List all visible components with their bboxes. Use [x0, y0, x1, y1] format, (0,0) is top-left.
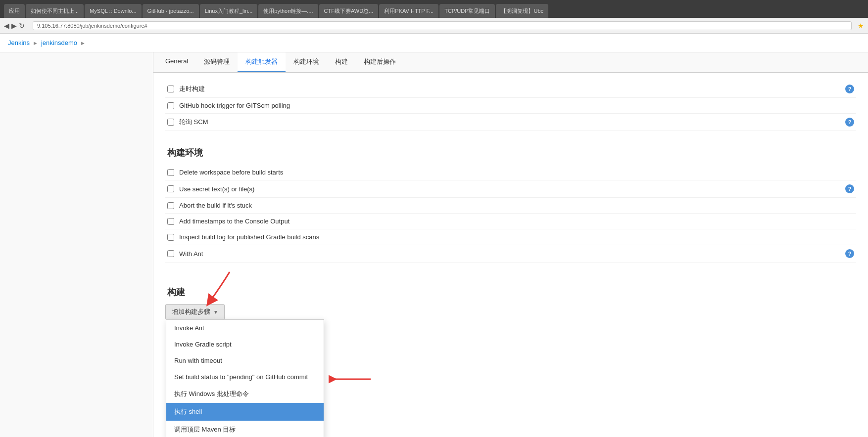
red-arrow-shell: [329, 373, 373, 385]
content-area: General 源码管理 构建触发器 构建环境 构建 构建后操作 走时构建 ? …: [153, 52, 868, 437]
env-help-1[interactable]: ?: [845, 184, 854, 193]
tab-build-env[interactable]: 构建环境: [286, 52, 327, 72]
dropdown-item-1[interactable]: Invoke Gradle script: [166, 336, 324, 352]
sidebar: [0, 52, 153, 437]
browser-tab-1[interactable]: 如何使不同主机上...: [26, 4, 84, 18]
breadcrumb-jenkins[interactable]: Jenkins: [8, 39, 30, 46]
trigger-checkbox-0[interactable]: [167, 86, 174, 92]
browser-tab-4[interactable]: Linux入门教程_lin...: [200, 4, 258, 18]
build-env-title: 构建环境: [165, 147, 856, 159]
breadcrumb-sep2: ►: [80, 40, 86, 46]
dropdown-item-6[interactable]: 调用顶层 Maven 目标: [166, 421, 324, 437]
browser-tab-8[interactable]: TCP/UDP常见端口: [439, 4, 495, 18]
env-label-2: Abort the build if it's stuck: [179, 202, 854, 209]
breadcrumb-jenkinsdemo[interactable]: jenkinsdemo: [41, 39, 77, 46]
dropdown-item-0[interactable]: Invoke Ant: [166, 320, 324, 336]
breadcrumb-sep1: ►: [33, 40, 38, 46]
tab-build-trigger[interactable]: 构建触发器: [238, 52, 286, 72]
trigger-help-2[interactable]: ?: [845, 118, 854, 127]
build-env-section: 构建环境 Delete workspace before build start…: [153, 147, 868, 270]
trigger-checkbox-2[interactable]: [167, 119, 174, 126]
env-checkbox-3[interactable]: [167, 218, 174, 225]
env-checkbox-0[interactable]: [167, 169, 174, 176]
trigger-label-1: GitHub hook trigger for GITScm polling: [179, 102, 854, 109]
env-checkbox-2[interactable]: [167, 202, 174, 209]
trigger-checkbox-1[interactable]: [167, 102, 174, 109]
env-row-1: Use secret text(s) or file(s) ?: [165, 180, 856, 198]
star-icon[interactable]: ★: [858, 22, 864, 30]
tab-post-build[interactable]: 构建后操作: [356, 52, 404, 72]
trigger-row-0: 走时构建 ?: [165, 81, 856, 98]
build-triggers-section: 走时构建 ? GitHub hook trigger for GITScm po…: [153, 73, 868, 139]
add-build-step-button[interactable]: 增加构建步骤 ▼ Invoke Ant Invoke Gradle script…: [165, 304, 225, 320]
env-help-5[interactable]: ?: [845, 249, 854, 258]
env-row-0: Delete workspace before build starts: [165, 165, 856, 180]
env-row-2: Abort the build if it's stuck: [165, 198, 856, 214]
dropdown-item-4[interactable]: 执行 Windows 批处理命令: [166, 385, 324, 403]
browser-tab-9[interactable]: 【溯洄复现】Ubc: [496, 4, 548, 18]
add-step-label: 增加构建步骤: [172, 307, 210, 316]
env-label-1: Use secret text(s) or file(s): [179, 185, 841, 193]
dropdown-item-3[interactable]: Set build status to "pending" on GitHub …: [166, 369, 324, 385]
env-checkbox-5[interactable]: [167, 250, 174, 257]
add-step-dropdown: Invoke Ant Invoke Gradle script Run with…: [166, 319, 324, 437]
browser-tab-7[interactable]: 利用PKAV HTTP F...: [379, 4, 438, 18]
env-checkbox-4[interactable]: [167, 234, 174, 241]
breadcrumb: Jenkins ► jenkinsdemo ►: [0, 34, 868, 52]
env-row-4: Inspect build log for published Gradle b…: [165, 229, 856, 245]
env-row-5: With Ant ?: [165, 245, 856, 262]
env-label-3: Add timestamps to the Console Output: [179, 218, 854, 225]
dropdown-item-5[interactable]: 执行 shell: [166, 403, 324, 421]
browser-tab-5[interactable]: 使用python链接—....: [258, 4, 318, 18]
env-label-4: Inspect build log for published Gradle b…: [179, 233, 854, 241]
browser-tabs: 应用 如何使不同主机上... MySQL :: Downlo... GitHub…: [4, 0, 548, 18]
add-step-container: 增加构建步骤 ▼ Invoke Ant Invoke Gradle script…: [165, 304, 225, 320]
main-wrapper: General 源码管理 构建触发器 构建环境 构建 构建后操作 走时构建 ? …: [0, 52, 868, 437]
trigger-help-0[interactable]: ?: [845, 85, 854, 93]
browser-tab-6[interactable]: CTF线下赛AWD总...: [319, 4, 379, 18]
env-row-3: Add timestamps to the Console Output: [165, 214, 856, 229]
trigger-row-1: GitHub hook trigger for GITScm polling: [165, 98, 856, 114]
trigger-label-2: 轮询 SCM: [179, 118, 841, 127]
browser-tab-2[interactable]: MySQL :: Downlo...: [85, 4, 141, 18]
tab-source[interactable]: 源码管理: [196, 52, 238, 72]
dropdown-arrow-icon: ▼: [213, 309, 218, 315]
trigger-label-0: 走时构建: [179, 85, 841, 93]
browser-tab-apps[interactable]: 应用: [4, 4, 25, 18]
back-icon[interactable]: ◀: [4, 22, 9, 30]
browser-tab-3[interactable]: GitHub - jpetazzo...: [143, 4, 199, 18]
dropdown-item-2[interactable]: Run with timeout: [166, 352, 324, 369]
build-title: 构建: [165, 286, 856, 298]
browser-bar: 应用 如何使不同主机上... MySQL :: Downlo... GitHub…: [0, 0, 868, 18]
tab-build[interactable]: 构建: [327, 52, 356, 72]
env-checkbox-1[interactable]: [167, 185, 174, 192]
forward-icon[interactable]: ▶: [11, 22, 17, 30]
trigger-row-2: 轮询 SCM ?: [165, 114, 856, 131]
tab-general[interactable]: General: [157, 52, 196, 72]
env-label-0: Delete workspace before build starts: [179, 169, 854, 176]
build-section: 构建 增加构建步骤 ▼ Invoke: [153, 270, 868, 332]
address-input[interactable]: 9.105.16.77:8080/job/jenkinsdemo/configu…: [33, 21, 852, 30]
env-label-5: With Ant: [179, 250, 841, 258]
nav-bar: ◀ ▶ ↻ 9.105.16.77:8080/job/jenkinsdemo/c…: [0, 18, 868, 34]
refresh-icon[interactable]: ↻: [19, 22, 25, 30]
tab-bar: General 源码管理 构建触发器 构建环境 构建 构建后操作: [153, 52, 868, 73]
